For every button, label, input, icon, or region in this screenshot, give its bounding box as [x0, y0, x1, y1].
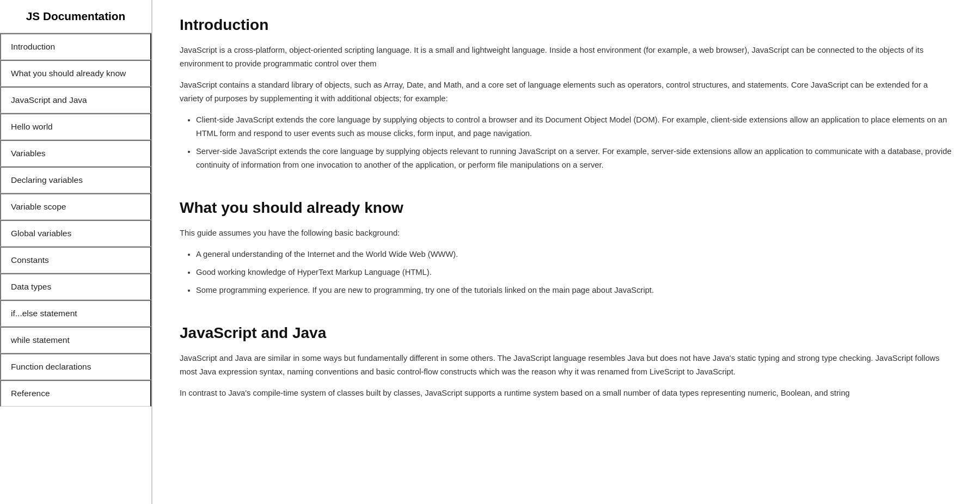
section-para-javascript-and-java-0: JavaScript and Java are similar in some …	[180, 352, 953, 379]
sidebar-item-hello-world[interactable]: Hello world	[0, 113, 151, 140]
sidebar-item-global-variables[interactable]: Global variables	[0, 220, 151, 247]
section-heading-javascript-and-java: JavaScript and Java	[180, 324, 953, 342]
section-para-introduction-0: JavaScript is a cross-platform, object-o…	[180, 44, 953, 71]
section-bullets-what-you-should-know: A general understanding of the Internet …	[196, 248, 953, 297]
sidebar-item-constants[interactable]: Constants	[0, 247, 151, 273]
section-what-you-should-know: What you should already knowThis guide a…	[180, 199, 953, 297]
main-content: IntroductionJavaScript is a cross-platfo…	[152, 0, 980, 504]
bullet-item-what-you-should-know-1: Good working knowledge of HyperText Mark…	[196, 266, 953, 279]
section-heading-introduction: Introduction	[180, 16, 953, 34]
bullet-item-what-you-should-know-2: Some programming experience. If you are …	[196, 284, 953, 297]
section-introduction: IntroductionJavaScript is a cross-platfo…	[180, 16, 953, 172]
sidebar-item-data-types[interactable]: Data types	[0, 273, 151, 300]
sidebar-item-variable-scope[interactable]: Variable scope	[0, 193, 151, 220]
sections-container: IntroductionJavaScript is a cross-platfo…	[180, 16, 953, 400]
sidebar-title: JS Documentation	[0, 0, 151, 33]
sidebar-item-javascript-and-java[interactable]: JavaScript and Java	[0, 87, 151, 113]
bullet-item-introduction-0: Client-side JavaScript extends the core …	[196, 113, 953, 140]
section-javascript-and-java: JavaScript and JavaJavaScript and Java a…	[180, 324, 953, 400]
section-para-javascript-and-java-1: In contrast to Java's compile-time syste…	[180, 386, 953, 400]
nav-items-container: IntroductionWhat you should already know…	[0, 33, 151, 407]
bullet-item-what-you-should-know-0: A general understanding of the Internet …	[196, 248, 953, 261]
sidebar-item-variables[interactable]: Variables	[0, 140, 151, 167]
sidebar-item-if-else-statement[interactable]: if...else statement	[0, 300, 151, 327]
sidebar-item-reference[interactable]: Reference	[0, 380, 151, 407]
sidebar: JS Documentation IntroductionWhat you sh…	[0, 0, 152, 504]
bullet-item-introduction-1: Server-side JavaScript extends the core …	[196, 145, 953, 172]
section-para-what-you-should-know-0: This guide assumes you have the followin…	[180, 226, 953, 240]
sidebar-item-declaring-variables[interactable]: Declaring variables	[0, 167, 151, 193]
sidebar-item-what-you-should-know[interactable]: What you should already know	[0, 60, 151, 87]
sidebar-item-introduction[interactable]: Introduction	[0, 33, 151, 60]
section-heading-what-you-should-know: What you should already know	[180, 199, 953, 217]
section-para-introduction-1: JavaScript contains a standard library o…	[180, 78, 953, 106]
sidebar-item-while-statement[interactable]: while statement	[0, 327, 151, 353]
sidebar-item-function-declarations[interactable]: Function declarations	[0, 353, 151, 380]
section-bullets-introduction: Client-side JavaScript extends the core …	[196, 113, 953, 172]
